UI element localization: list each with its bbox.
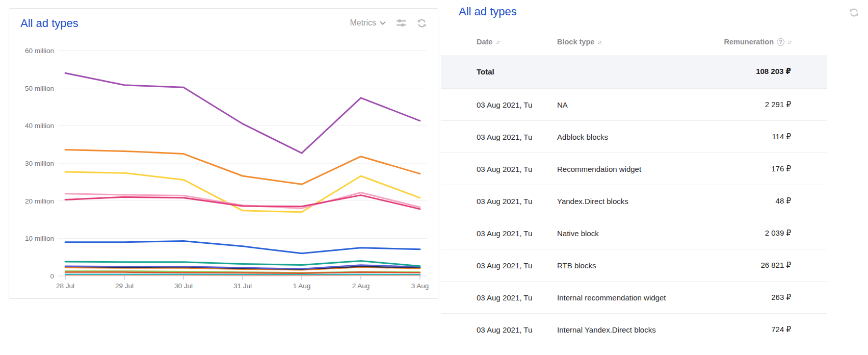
cell-date: 03 Aug 2021, Tu <box>477 165 532 173</box>
table-row: 03 Aug 2021, TuRecommendation widget176 … <box>441 153 827 185</box>
refresh-icon[interactable] <box>849 7 859 17</box>
chart-card-header: All ad types Metrics <box>9 9 438 35</box>
column-label: Remuneration <box>724 38 774 46</box>
orange-line <box>65 150 420 185</box>
cell-remuneration: 176 ₽ <box>771 164 791 173</box>
cell-block-type: NA <box>557 100 568 109</box>
cell-block-type: Internal recommendation widget <box>557 293 666 302</box>
column-header-block-type[interactable]: Block type ↓↑ <box>557 38 601 46</box>
x-axis-label: 29 Jul <box>115 282 134 290</box>
blue-line <box>65 241 420 253</box>
x-axis-label: 30 Jul <box>174 282 193 290</box>
cell-date: 03 Aug 2021, Tu <box>477 293 532 302</box>
column-header-date[interactable]: Date ↓↑ <box>477 38 499 46</box>
cell-date: 03 Aug 2021, Tu <box>477 325 532 334</box>
column-header-remuneration[interactable]: Remuneration ? ↓↑ <box>724 38 792 46</box>
cell-block-type: Yandex.Direct blocks <box>557 197 628 206</box>
sort-icon[interactable]: ↓↑ <box>597 39 601 45</box>
refresh-icon[interactable] <box>416 18 427 28</box>
cell-block-type: Recommendation widget <box>557 165 641 173</box>
sort-icon[interactable]: ↓↑ <box>787 39 791 45</box>
table-title: All ad types <box>459 5 517 18</box>
cell-date: 03 Aug 2021, Tu <box>477 261 532 270</box>
cell-block-type: Adblock blocks <box>557 133 608 141</box>
cell-remuneration: 26 821 ₽ <box>760 261 791 270</box>
cell-remuneration: 2 291 ₽ <box>765 100 791 109</box>
sliders-icon[interactable] <box>396 18 406 28</box>
x-axis-label: 2 Aug <box>352 282 370 290</box>
remuneration-table: Date ↓↑ Block type ↓↑ Remuneration ? ↓↑ … <box>441 31 827 345</box>
y-axis-label: 40 million <box>25 122 54 130</box>
table-row: 03 Aug 2021, TuAdblock blocks114 ₽ <box>441 120 827 153</box>
crimson-line <box>65 195 420 209</box>
chevron-down-icon <box>380 21 386 25</box>
cell-block-type: Native block <box>557 229 599 238</box>
x-axis-label: 3 Aug <box>411 282 429 290</box>
column-label: Date <box>477 38 492 46</box>
cell-date: Total <box>477 67 494 76</box>
table-body: Total108 203 ₽03 Aug 2021, TuNA2 291 ₽03… <box>441 55 827 345</box>
cell-date: 03 Aug 2021, Tu <box>477 197 532 206</box>
cell-block-type: Internal Yandex.Direct blocks <box>557 325 656 334</box>
cell-date: 03 Aug 2021, Tu <box>477 133 532 141</box>
metrics-dropdown[interactable]: Metrics <box>350 18 386 28</box>
help-icon[interactable]: ? <box>777 38 784 46</box>
cell-remuneration: 263 ₽ <box>771 293 791 302</box>
y-axis-label: 50 million <box>25 85 54 92</box>
chart-controls: Metrics <box>350 18 427 28</box>
cell-remuneration: 108 203 ₽ <box>756 67 791 76</box>
cell-block-type: RTB blocks <box>557 261 596 270</box>
y-axis-label: 60 million <box>25 47 54 55</box>
chart-area[interactable]: 60 million50 million40 million30 million… <box>16 35 430 296</box>
table-row: 03 Aug 2021, TuYandex.Direct blocks48 ₽ <box>441 185 827 217</box>
x-axis-label: 31 Jul <box>233 282 252 290</box>
y-axis-label: 0 <box>50 272 54 280</box>
sort-icon[interactable]: ↓↑ <box>495 39 499 45</box>
table-row: 03 Aug 2021, TuNative block2 039 ₽ <box>441 217 827 249</box>
table-header-row: Date ↓↑ Block type ↓↑ Remuneration ? ↓↑ <box>441 31 827 55</box>
x-axis-label: 28 Jul <box>56 282 74 290</box>
chart-title: All ad types <box>20 17 78 30</box>
table-row: 03 Aug 2021, TuInternal Yandex.Direct bl… <box>441 313 827 345</box>
table-row-total: Total108 203 ₽ <box>441 55 827 88</box>
metrics-dropdown-label: Metrics <box>350 18 376 28</box>
cell-remuneration: 2 039 ₽ <box>765 229 791 238</box>
x-axis-label: 1 Aug <box>293 282 311 290</box>
red-line <box>65 272 420 273</box>
cell-date: 03 Aug 2021, Tu <box>477 229 532 238</box>
y-axis-label: 30 million <box>25 160 54 167</box>
cell-remuneration: 48 ₽ <box>776 196 791 206</box>
chart-card: All ad types Metrics <box>9 8 438 299</box>
table-row: 03 Aug 2021, TuNA2 291 ₽ <box>441 88 827 120</box>
y-axis-label: 10 million <box>25 235 54 242</box>
cell-remuneration: 724 ₽ <box>771 325 791 334</box>
purple-line <box>65 73 420 153</box>
table-row: 03 Aug 2021, TuRTB blocks26 821 ₽ <box>441 249 827 281</box>
cell-date: 03 Aug 2021, Tu <box>477 100 532 109</box>
column-label: Block type <box>557 38 594 46</box>
cell-remuneration: 114 ₽ <box>772 132 791 141</box>
table-row: 03 Aug 2021, TuInternal recommendation w… <box>441 281 827 313</box>
y-axis-label: 20 million <box>25 197 54 205</box>
table-card: All ad types Date ↓↑ Block type ↓↑ Remun… <box>441 0 868 355</box>
